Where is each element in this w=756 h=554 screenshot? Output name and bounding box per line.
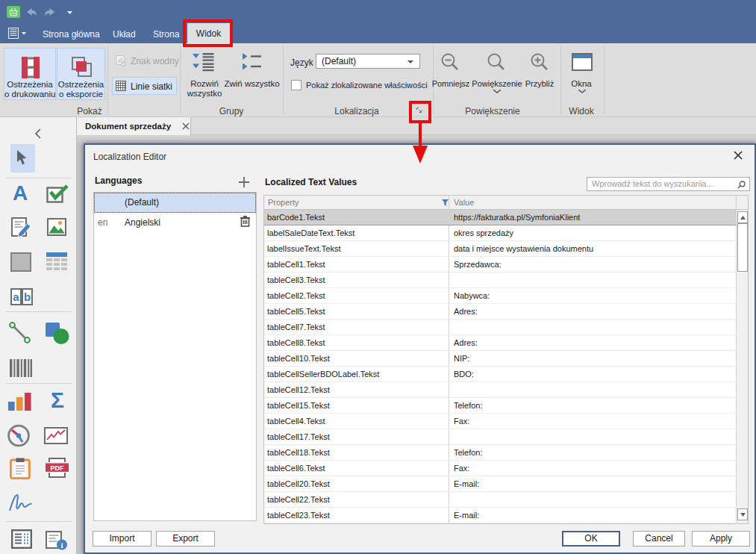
- svg-text:PDF: PDF: [51, 464, 65, 472]
- svg-text:a: a: [13, 290, 19, 303]
- svg-text:b: b: [24, 290, 31, 303]
- svg-text:i: i: [60, 541, 63, 550]
